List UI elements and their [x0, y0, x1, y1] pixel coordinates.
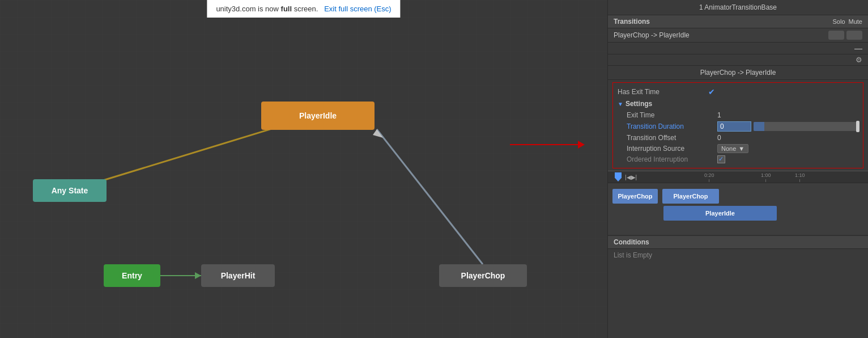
ruler-icon: |◀▶|	[625, 174, 637, 180]
solo-label: Solo	[833, 18, 845, 25]
exit-time-label: Exit Time	[627, 111, 717, 119]
interruption-source-dropdown[interactable]: None ▼	[717, 144, 748, 153]
svg-line-2	[377, 129, 483, 264]
transition-name: PlayerChop -> PlayerIdle	[614, 31, 690, 39]
block-playerchop-2[interactable]: PlayerChop	[662, 189, 719, 204]
ordered-interruption-row: Ordered Interruption	[618, 154, 858, 164]
sub-transition-title: PlayerChop -> PlayerIdle	[608, 66, 868, 80]
transition-duration-handle[interactable]	[856, 121, 860, 132]
interruption-source-row: Interruption Source None ▼	[618, 143, 858, 154]
playhead[interactable]	[615, 172, 622, 181]
transition-offset-label: Transition Offset	[627, 134, 717, 142]
interruption-source-label: Interruption Source	[627, 145, 717, 153]
block-playeridle-label: PlayerIdle	[705, 210, 735, 217]
notification-text: unity3d.com is now full screen.	[216, 5, 322, 13]
settings-title: ▼ Settings	[618, 99, 652, 109]
mute-toggle[interactable]	[846, 31, 862, 40]
minus-button[interactable]: —	[854, 44, 862, 53]
block-playeridle[interactable]: PlayerIdle	[663, 206, 777, 221]
ruler-marker-020: 0:20	[704, 172, 714, 182]
transition-duration-label: Transition Duration	[627, 122, 717, 130]
any-state-label: Any State	[52, 186, 88, 195]
triangle-icon: ▼	[618, 101, 623, 107]
player-chop-label: PlayerChop	[461, 271, 505, 280]
panel-title-text: 1 AnimatorTransitionBase	[699, 3, 777, 11]
exit-time-value: 1	[717, 111, 721, 119]
conditions-empty-label: List is Empty	[614, 251, 652, 259]
transition-duration-fill	[754, 122, 764, 131]
toggle-buttons	[828, 31, 862, 40]
gear-bar: ⚙	[608, 54, 868, 66]
transition-row[interactable]: PlayerChop -> PlayerIdle	[608, 28, 868, 43]
transition-duration-input[interactable]	[717, 121, 751, 132]
player-idle-node[interactable]: PlayerIdle	[261, 102, 375, 130]
ruler-marker-110: 1:10	[795, 172, 805, 182]
svg-marker-5	[195, 272, 201, 279]
none-dropdown-value: None	[721, 145, 736, 152]
has-exit-time-label: Has Exit Time	[618, 88, 708, 96]
svg-marker-3	[373, 129, 383, 138]
ruler-tick-020	[709, 179, 709, 182]
panel-title: 1 AnimatorTransitionBase	[608, 0, 868, 15]
transitions-label: Transitions	[614, 18, 650, 26]
animator-canvas[interactable]: unity3d.com is now full screen. Exit ful…	[0, 0, 607, 338]
entry-label: Entry	[122, 271, 142, 280]
has-exit-time-row: Has Exit Time ✔	[618, 86, 858, 98]
dropdown-arrow: ▼	[738, 145, 744, 152]
transition-duration-slider[interactable]	[754, 122, 858, 131]
any-state-node[interactable]: Any State	[33, 179, 107, 202]
header-buttons: Solo Mute	[833, 18, 863, 25]
arrow-line	[510, 144, 578, 145]
timeline-ruler: |◀▶| 0:20 1:00 1:10	[608, 171, 868, 183]
block-playerchop-1[interactable]: PlayerChop	[612, 189, 658, 204]
conditions-header: Conditions	[608, 236, 868, 249]
ruler-tick-110	[799, 179, 800, 182]
right-panel: 1 AnimatorTransitionBase Transitions Sol…	[607, 0, 868, 338]
settings-box: Has Exit Time ✔ ▼ Settings Exit Time 1 T…	[612, 82, 863, 168]
transition-duration-input-wrapper	[717, 121, 858, 132]
minus-bar: —	[608, 43, 868, 54]
exit-fullscreen-link[interactable]: Exit full screen (Esc)	[324, 5, 391, 13]
conditions-area: Conditions List is Empty	[608, 235, 868, 261]
arrow-head	[578, 141, 585, 149]
ruler-label-020: 0:20	[704, 172, 714, 178]
ordered-interruption-label: Ordered Interruption	[627, 155, 717, 163]
track-row-2: PlayerIdle	[608, 205, 868, 222]
entry-node[interactable]: Entry	[104, 264, 160, 287]
mute-label: Mute	[849, 18, 862, 25]
block-playerchop-2-label: PlayerChop	[673, 193, 708, 200]
transitions-header: Transitions Solo Mute	[608, 15, 868, 28]
exit-time-row: Exit Time 1	[618, 110, 858, 120]
ordered-interruption-checkbox[interactable]	[717, 155, 725, 163]
notification-bar: unity3d.com is now full screen. Exit ful…	[207, 0, 400, 18]
player-idle-label: PlayerIdle	[299, 111, 337, 120]
ruler-tick-100	[765, 179, 766, 182]
transition-offset-value: 0	[717, 134, 721, 142]
conditions-header-label: Conditions	[614, 238, 649, 246]
player-chop-node[interactable]: PlayerChop	[439, 264, 527, 287]
gear-button[interactable]: ⚙	[856, 56, 862, 64]
transition-offset-row: Transition Offset 0	[618, 133, 858, 143]
ruler-label-100: 1:00	[761, 172, 771, 178]
player-hit-label: PlayerHit	[221, 271, 256, 280]
player-hit-node[interactable]: PlayerHit	[201, 264, 275, 287]
block-playerchop-1-label: PlayerChop	[618, 193, 652, 200]
sub-transition-title-text: PlayerChop -> PlayerIdle	[700, 69, 776, 77]
transition-duration-row: Transition Duration	[618, 120, 858, 133]
settings-section-header: ▼ Settings	[618, 98, 858, 110]
has-exit-time-checkbox[interactable]: ✔	[708, 87, 715, 96]
timeline-tracks: PlayerChop PlayerChop PlayerIdle	[608, 183, 868, 234]
settings-label: Settings	[626, 100, 652, 108]
red-arrow	[510, 141, 585, 149]
solo-toggle[interactable]	[828, 31, 844, 40]
connections-svg	[0, 0, 607, 338]
ruler-label-110: 1:10	[795, 172, 805, 178]
conditions-body: List is Empty	[608, 249, 868, 261]
ruler-marker-100: 1:00	[761, 172, 771, 182]
track-row-1: PlayerChop PlayerChop	[608, 188, 868, 205]
